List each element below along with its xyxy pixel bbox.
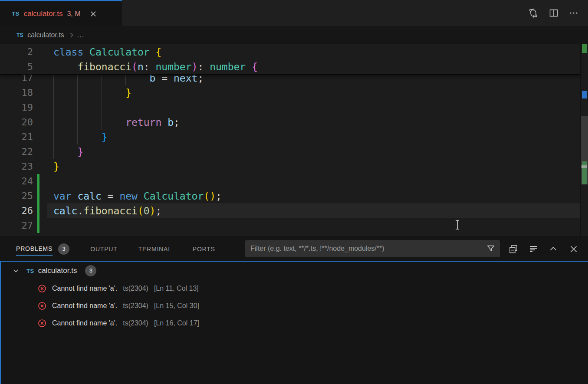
token: ) xyxy=(150,205,156,217)
more-actions-icon[interactable] xyxy=(568,8,579,18)
code-text: class Calculator { xyxy=(53,45,161,59)
code-line-27[interactable]: 27 xyxy=(0,218,580,233)
tab-close-icon[interactable] xyxy=(89,10,97,18)
token: } xyxy=(53,161,59,172)
error-icon xyxy=(37,318,47,328)
line-number[interactable]: 23 xyxy=(0,159,33,174)
problem-row[interactable]: Cannot find name 'a'.ts(2304)[Ln 15, Col… xyxy=(1,297,588,315)
token: = xyxy=(108,190,114,202)
code-line-26[interactable]: 26calc.fibonacci(0); xyxy=(0,203,580,218)
token xyxy=(83,46,89,58)
line-number[interactable]: 2 xyxy=(0,45,33,59)
open-changes-icon[interactable] xyxy=(528,8,539,18)
line-number[interactable]: 20 xyxy=(0,115,33,130)
code-text: } xyxy=(53,85,131,100)
token: ( xyxy=(138,205,144,217)
line-number[interactable]: 5 xyxy=(0,59,33,74)
problems-count-badge: 3 xyxy=(58,243,69,255)
ts-file-icon: TS xyxy=(16,32,23,38)
token: ) xyxy=(210,190,216,202)
token xyxy=(114,190,120,202)
token xyxy=(150,46,156,58)
line-number[interactable]: 19 xyxy=(0,100,33,115)
code-text: } xyxy=(53,130,108,144)
token: . xyxy=(77,205,83,217)
code-line-24[interactable]: 24 xyxy=(0,174,580,189)
token: Calculator xyxy=(89,46,149,58)
problem-location: [Ln 15, Col 30] xyxy=(154,302,199,310)
view-as-list-icon[interactable] xyxy=(528,244,539,254)
line-number[interactable]: 25 xyxy=(0,189,33,203)
problems-group-count-badge: 3 xyxy=(85,265,96,276)
vscode-window: TS calculator.ts 3, M TS xyxy=(0,0,588,384)
problems-file-group-row[interactable]: TS calculator.ts 3 xyxy=(1,263,588,279)
token xyxy=(138,190,144,202)
overview-added-mark xyxy=(582,161,587,184)
token xyxy=(53,131,102,143)
panel-tab-label: PROBLEMS xyxy=(16,243,53,256)
problems-group-file-name: calculator.ts xyxy=(38,266,77,275)
code-line-23[interactable]: 23} xyxy=(0,159,580,174)
line-number[interactable]: 26 xyxy=(0,203,33,218)
panel-tab-label: OUTPUT xyxy=(90,243,117,255)
close-panel-icon[interactable] xyxy=(568,244,579,254)
token: number xyxy=(210,61,246,72)
token xyxy=(204,61,210,72)
code-line-20[interactable]: 20 return b; xyxy=(0,115,580,130)
code-line-2[interactable]: 2class Calculator { xyxy=(0,45,580,59)
token: ( xyxy=(131,61,138,72)
code-line-22[interactable]: 22 } xyxy=(0,144,580,159)
token: class xyxy=(53,46,83,58)
filter-funnel-icon[interactable] xyxy=(486,244,496,253)
split-editor-icon[interactable] xyxy=(549,8,559,18)
token: b xyxy=(168,117,174,128)
line-number[interactable]: 18 xyxy=(0,85,33,100)
collapse-all-icon[interactable] xyxy=(508,244,519,254)
code-text: } xyxy=(53,144,83,159)
token: n xyxy=(138,61,144,72)
token: fibonacci xyxy=(77,61,131,72)
maximize-panel-icon[interactable] xyxy=(548,244,558,254)
token: calc xyxy=(53,205,77,217)
panel-tab-problems[interactable]: PROBLEMS3 xyxy=(16,243,69,256)
line-number[interactable]: 24 xyxy=(0,174,33,189)
token: Calculator xyxy=(144,190,204,202)
token: : xyxy=(144,61,150,72)
bottom-panel: PROBLEMS3OUTPUTTERMINALPORTS xyxy=(0,236,588,384)
problem-row[interactable]: Cannot find name 'a'.ts(2304)[Ln 11, Col… xyxy=(1,280,588,297)
token: calc xyxy=(77,190,101,202)
code-line-18[interactable]: 18 } xyxy=(0,85,580,100)
chevron-down-icon[interactable] xyxy=(12,267,20,275)
panel-tab-output[interactable]: OUTPUT xyxy=(90,243,117,255)
token: ( xyxy=(204,190,210,202)
token: } xyxy=(102,131,108,143)
problem-source: ts(2304) xyxy=(123,319,148,327)
token: ; xyxy=(174,117,180,128)
panel-tab-label: PORTS xyxy=(193,243,215,255)
breadcrumb-symbol-item[interactable]: ... xyxy=(77,31,84,39)
panel-tab-ports[interactable]: PORTS xyxy=(193,243,215,255)
problem-message: Cannot find name 'a'. xyxy=(52,285,117,292)
panel-tab-terminal[interactable]: TERMINAL xyxy=(138,243,172,255)
line-number[interactable]: 22 xyxy=(0,144,33,159)
ts-file-icon: TS xyxy=(26,268,34,274)
token: ) xyxy=(192,61,198,72)
code-line-21[interactable]: 21 } xyxy=(0,130,580,144)
breadcrumb-file-item[interactable]: calculator.ts xyxy=(27,31,64,39)
code-line-19[interactable]: 19 xyxy=(0,100,580,115)
code-editor[interactable]: 17 b = next;18 }1920 return b;21 }22 }23… xyxy=(0,44,588,236)
problem-row[interactable]: Cannot find name 'a'.ts(2304)[Ln 16, Col… xyxy=(1,315,588,332)
error-icon xyxy=(37,284,47,293)
token xyxy=(72,190,78,202)
chevron-right-icon xyxy=(69,32,74,38)
problems-filter-input[interactable] xyxy=(245,245,486,253)
token xyxy=(161,117,168,128)
problem-source: ts(2304) xyxy=(123,285,148,292)
code-line-25[interactable]: 25var calc = new Calculator(); xyxy=(0,189,580,203)
token: } xyxy=(77,146,83,158)
line-number[interactable]: 21 xyxy=(0,130,33,144)
tab-calculator-ts[interactable]: TS calculator.ts 3, M xyxy=(0,0,122,26)
code-line-5[interactable]: 5 fibonacci(n: number): number { xyxy=(0,59,580,74)
problem-location: [Ln 11, Col 13] xyxy=(154,285,199,292)
line-number[interactable]: 27 xyxy=(0,218,33,233)
